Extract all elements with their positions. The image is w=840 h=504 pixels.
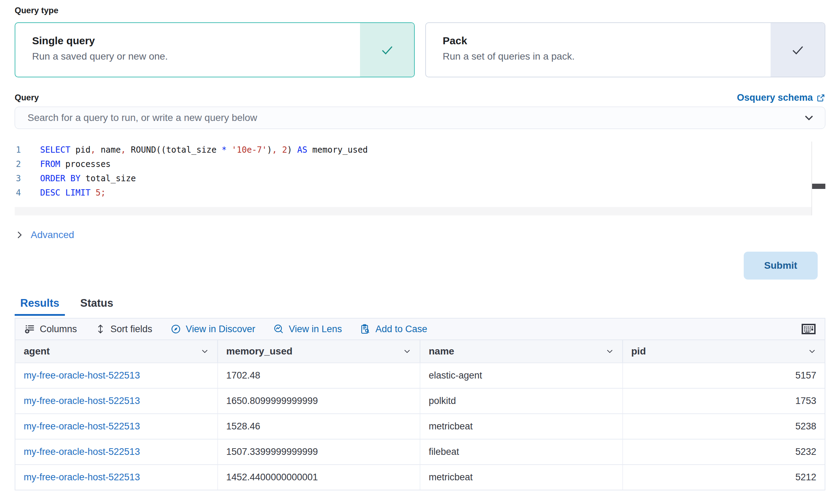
sort-fields-icon [95, 324, 106, 334]
sort-fields-button[interactable]: Sort fields [95, 324, 152, 335]
column-header-pid[interactable]: pid [622, 340, 825, 362]
advanced-accordion-toggle[interactable]: Advanced [15, 229, 74, 241]
table-row: my-free-oracle-host-522513 1452.44000000… [15, 464, 825, 490]
table-row: my-free-oracle-host-522513 1702.48 elast… [15, 362, 825, 388]
memory-used-cell: 1507.3399999999999 [217, 440, 420, 464]
agent-cell: my-free-oracle-host-522513 [15, 363, 217, 388]
check-icon [380, 42, 395, 58]
chevron-right-icon [15, 230, 24, 240]
line-number: 1 [15, 143, 40, 157]
table-row: my-free-oracle-host-522513 1507.33999999… [15, 439, 825, 464]
table-header-row: agent memory_used name pid [15, 340, 825, 362]
code-line: 3ORDER BY total_size [15, 171, 825, 186]
agent-link[interactable]: my-free-oracle-host-522513 [24, 446, 140, 457]
external-link-icon [816, 93, 825, 102]
editor-overview-ruler[interactable] [811, 142, 825, 215]
column-header-agent[interactable]: agent [15, 340, 217, 362]
query-type-label: Query type [15, 6, 825, 16]
agent-cell: my-free-oracle-host-522513 [15, 440, 217, 464]
pack-description: Run a set of queries in a pack. [443, 51, 771, 62]
editor-cursor-marker [812, 184, 825, 189]
name-cell: elastic-agent [420, 363, 622, 388]
line-number: 2 [15, 157, 40, 171]
results-status-tabs: Results Status [15, 297, 825, 316]
pack-check [771, 23, 825, 77]
agent-cell: my-free-oracle-host-522513 [15, 389, 217, 413]
table-body: my-free-oracle-host-522513 1702.48 elast… [15, 362, 825, 490]
chevron-down-icon [803, 112, 815, 123]
code-lines: 1SELECT pid, name, ROUND((total_size * '… [15, 142, 825, 200]
query-label: Query [15, 93, 39, 103]
memory-used-cell: 1702.48 [217, 363, 420, 388]
tab-results[interactable]: Results [15, 297, 65, 316]
single-query-title: Single query [32, 35, 360, 47]
single-query-selected-check [360, 23, 414, 77]
query-type-cards: Single query Run a saved query or new on… [15, 22, 825, 77]
view-in-discover-button[interactable]: View in Discover [171, 324, 255, 335]
osquery-schema-link[interactable]: Osquery schema [737, 92, 825, 103]
agent-cell: my-free-oracle-host-522513 [15, 414, 217, 439]
saved-query-select-placeholder: Search for a query to run, or write a ne… [28, 112, 803, 123]
memory-used-cell: 1528.46 [217, 414, 420, 439]
pid-cell: 5232 [622, 440, 825, 464]
osquery-live-query-page: Query type Single query Run a saved quer… [0, 0, 840, 490]
single-query-description: Run a saved query or new one. [32, 51, 360, 62]
pid-cell: 5212 [622, 465, 825, 490]
chevron-down-icon [402, 346, 412, 356]
memory-used-cell: 1650.8099999999999 [217, 389, 420, 413]
agent-link[interactable]: my-free-oracle-host-522513 [24, 396, 140, 406]
add-to-case-button[interactable]: Add to Case [360, 324, 427, 335]
submit-button[interactable]: Submit [744, 252, 818, 280]
name-cell: metricbeat [420, 414, 622, 439]
code-line: 2FROM processes [15, 157, 825, 171]
columns-button[interactable]: Columns [24, 324, 77, 335]
line-number: 4 [15, 186, 40, 200]
agent-link[interactable]: my-free-oracle-host-522513 [24, 370, 140, 381]
tab-status[interactable]: Status [75, 297, 119, 316]
columns-button-label: Columns [40, 324, 77, 335]
osquery-schema-link-label: Osquery schema [737, 92, 813, 103]
sort-fields-button-label: Sort fields [111, 324, 152, 335]
column-header-name[interactable]: name [420, 340, 622, 362]
view-in-discover-label: View in Discover [186, 324, 255, 335]
columns-list-add-icon [24, 324, 35, 334]
name-cell: polkitd [420, 389, 622, 413]
saved-query-select[interactable]: Search for a query to run, or write a ne… [15, 107, 825, 129]
pid-cell: 5157 [622, 363, 825, 388]
chevron-down-icon [807, 346, 817, 356]
view-in-lens-button[interactable]: View in Lens [273, 324, 342, 335]
add-to-case-label: Add to Case [375, 324, 427, 335]
code-line: 1SELECT pid, name, ROUND((total_size * '… [15, 143, 825, 157]
memory-used-cell: 1452.4400000000001 [217, 465, 420, 490]
code-line: 4DESC LIMIT 5; [15, 186, 825, 200]
column-header-memory_used[interactable]: memory_used [217, 340, 420, 362]
sql-code-editor[interactable]: 1SELECT pid, name, ROUND((total_size * '… [15, 142, 825, 215]
agent-link[interactable]: my-free-oracle-host-522513 [24, 421, 140, 432]
lens-chart-icon [273, 324, 284, 334]
pack-card[interactable]: Pack Run a set of queries in a pack. [425, 22, 825, 77]
agent-link[interactable]: my-free-oracle-host-522513 [24, 472, 140, 483]
chevron-down-icon [605, 346, 615, 356]
pid-cell: 1753 [622, 389, 825, 413]
case-clipboard-icon [360, 324, 370, 334]
chevron-down-icon [200, 346, 210, 356]
pack-title: Pack [443, 35, 771, 47]
view-in-lens-label: View in Lens [289, 324, 342, 335]
keyboard-shortcuts-icon [802, 324, 816, 334]
line-number: 3 [15, 171, 40, 186]
table-row: my-free-oracle-host-522513 1528.46 metri… [15, 413, 825, 439]
advanced-label: Advanced [31, 229, 74, 240]
agent-cell: my-free-oracle-host-522513 [15, 465, 217, 490]
name-cell: filebeat [420, 440, 622, 464]
single-query-card[interactable]: Single query Run a saved query or new on… [15, 22, 415, 77]
name-cell: metricbeat [420, 465, 622, 490]
editor-bottom-gutter [15, 207, 811, 215]
check-icon [790, 42, 805, 58]
discover-compass-icon [171, 324, 181, 334]
table-row: my-free-oracle-host-522513 1650.80999999… [15, 388, 825, 413]
keyboard-shortcuts-button[interactable] [802, 324, 816, 334]
results-data-grid: Columns Sort fields View in Discover Vie… [15, 318, 825, 490]
pid-cell: 5238 [622, 414, 825, 439]
grid-toolbar: Columns Sort fields View in Discover Vie… [15, 319, 825, 340]
